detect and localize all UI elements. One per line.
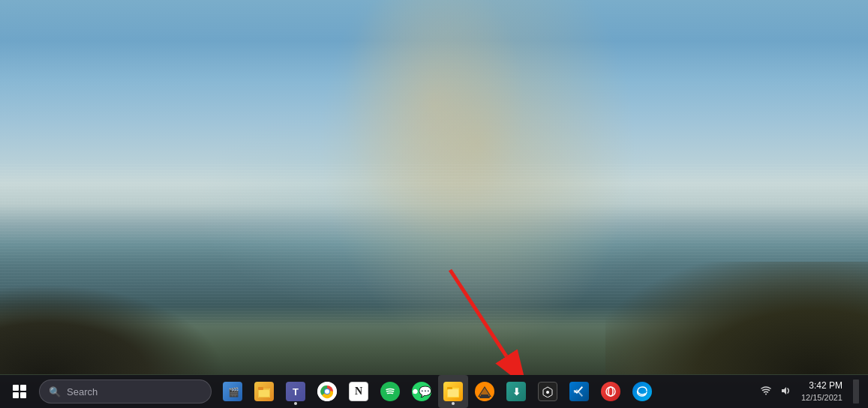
svg-line-1 — [450, 270, 506, 356]
red-arrow — [420, 262, 540, 375]
svg-point-23 — [765, 393, 767, 394]
svg-rect-6 — [258, 387, 263, 390]
taskbar-icon-media-info[interactable]: 🎬 — [218, 375, 248, 408]
start-button[interactable] — [3, 375, 36, 408]
unity-icon — [538, 382, 557, 401]
system-clock[interactable]: 3:42 PM 12/15/2021 — [797, 378, 847, 405]
tray-volume-icon[interactable] — [777, 384, 794, 400]
taskbar-icon-unity[interactable] — [533, 375, 563, 408]
taskbar-icon-files[interactable] — [438, 375, 468, 408]
edge-icon — [632, 382, 652, 401]
spotify-icon — [380, 382, 400, 401]
vlc-icon — [475, 382, 494, 401]
files-running-indicator — [452, 402, 455, 405]
chrome-icon — [317, 382, 337, 401]
files-app-icon — [443, 382, 463, 401]
taskbar-icon-whatsapp[interactable]: 💬 — [407, 375, 437, 408]
svg-rect-18 — [481, 394, 488, 397]
tray-network-icon[interactable] — [758, 384, 774, 400]
taskbar-icons-group: 🎬 T — [218, 375, 756, 408]
bittorrent-icon: ⬇ — [506, 382, 526, 401]
taskbar-icon-bittorrent[interactable]: ⬇ — [501, 375, 531, 408]
svg-text:🎬: 🎬 — [228, 386, 239, 398]
opera-icon — [601, 382, 620, 401]
vscode-icon — [569, 382, 589, 401]
taskbar-icon-spotify[interactable] — [375, 375, 405, 408]
svg-point-22 — [608, 387, 613, 396]
clock-time: 3:42 PM — [801, 380, 842, 392]
taskbar-icon-teams[interactable]: T — [281, 375, 311, 408]
taskbar-icon-file-explorer[interactable] — [249, 375, 279, 408]
svg-point-20 — [546, 391, 549, 394]
file-explorer-icon — [254, 382, 274, 401]
clock-date: 12/15/2021 — [801, 392, 842, 404]
svg-rect-19 — [479, 397, 490, 398]
taskbar-icon-chrome[interactable] — [312, 375, 342, 408]
media-info-icon: 🎬 — [223, 382, 242, 401]
vegetation-left — [0, 284, 225, 374]
vegetation-right — [605, 262, 868, 374]
taskbar: 🔍 Search 🎬 — [0, 375, 868, 408]
taskbar-icon-notion[interactable]: N — [344, 375, 374, 408]
svg-point-10 — [325, 389, 329, 394]
taskbar-icon-opera[interactable] — [596, 375, 626, 408]
teams-running-indicator — [294, 402, 297, 405]
teams-icon: T — [286, 382, 305, 401]
search-icon: 🔍 — [49, 386, 61, 398]
taskbar-search[interactable]: 🔍 Search — [39, 380, 212, 404]
svg-point-21 — [606, 387, 615, 396]
svg-rect-14 — [448, 389, 458, 397]
whatsapp-icon: 💬 — [412, 382, 431, 401]
windows-logo — [13, 385, 26, 398]
taskbar-icon-edge[interactable] — [627, 375, 657, 408]
svg-rect-13 — [447, 387, 452, 390]
search-label: Search — [67, 386, 98, 398]
notion-icon: N — [349, 382, 368, 401]
system-tray: 3:42 PM 12/15/2021 — [758, 378, 865, 405]
taskbar-icon-vlc[interactable] — [470, 375, 500, 408]
svg-rect-7 — [259, 390, 269, 397]
show-desktop-button[interactable] — [853, 380, 859, 404]
taskbar-icon-vscode[interactable] — [564, 375, 594, 408]
